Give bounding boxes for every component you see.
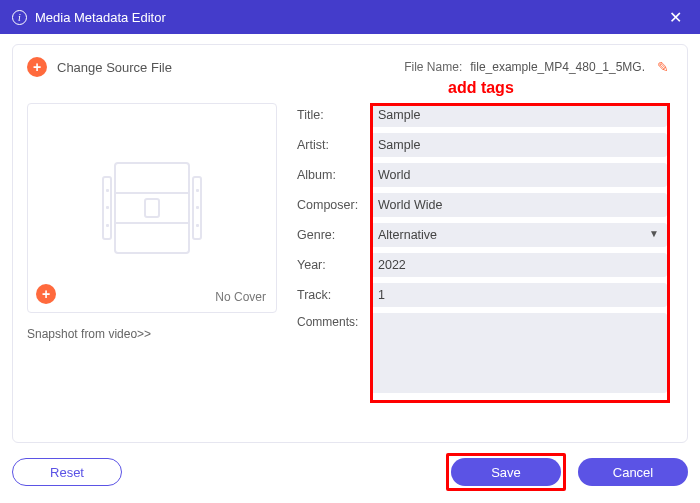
- genre-label: Genre:: [297, 228, 370, 242]
- artist-input[interactable]: [370, 133, 667, 157]
- cancel-button[interactable]: Cancel: [578, 458, 688, 486]
- filename-label: File Name:: [404, 60, 462, 74]
- change-source-icon[interactable]: +: [27, 57, 47, 77]
- annotation-add-tags: add tags: [448, 79, 514, 97]
- film-placeholder-icon: [102, 162, 202, 254]
- track-label: Track:: [297, 288, 370, 302]
- window-title: Media Metadata Editor: [35, 10, 166, 25]
- album-label: Album:: [297, 168, 370, 182]
- reset-button[interactable]: Reset: [12, 458, 122, 486]
- file-name-section: File Name: file_example_MP4_480_1_5MG. ✎: [404, 57, 673, 77]
- source-row: + Change Source File File Name: file_exa…: [27, 57, 673, 77]
- year-label: Year:: [297, 258, 370, 272]
- track-input[interactable]: [370, 283, 667, 307]
- preview-column: + No Cover Snapshot from video>>: [27, 103, 277, 393]
- change-source-label[interactable]: Change Source File: [57, 60, 172, 75]
- comments-textarea[interactable]: [370, 313, 667, 393]
- title-label: Title:: [297, 108, 370, 122]
- main-panel: + Change Source File File Name: file_exa…: [12, 44, 688, 443]
- snapshot-link[interactable]: Snapshot from video>>: [27, 327, 277, 341]
- metadata-form: Title: Artist: Album: Composer: Genre: ▼: [297, 103, 673, 393]
- title-input[interactable]: [370, 103, 667, 127]
- info-icon: i: [12, 10, 27, 25]
- filename-value: file_example_MP4_480_1_5MG.: [470, 60, 645, 74]
- save-button[interactable]: Save: [451, 458, 561, 486]
- titlebar: i Media Metadata Editor ✕: [0, 0, 700, 34]
- composer-label: Composer:: [297, 198, 370, 212]
- add-cover-icon[interactable]: +: [36, 284, 56, 304]
- year-input[interactable]: [370, 253, 667, 277]
- album-input[interactable]: [370, 163, 667, 187]
- close-icon[interactable]: ✕: [663, 4, 688, 31]
- cover-preview: + No Cover: [27, 103, 277, 313]
- composer-input[interactable]: [370, 193, 667, 217]
- footer: Reset Save Cancel: [12, 457, 688, 487]
- genre-select[interactable]: [370, 223, 667, 247]
- annotation-save-highlight: Save: [446, 453, 566, 491]
- edit-filename-icon[interactable]: ✎: [653, 57, 673, 77]
- no-cover-label: No Cover: [215, 290, 266, 304]
- artist-label: Artist:: [297, 138, 370, 152]
- comments-label: Comments:: [297, 313, 370, 393]
